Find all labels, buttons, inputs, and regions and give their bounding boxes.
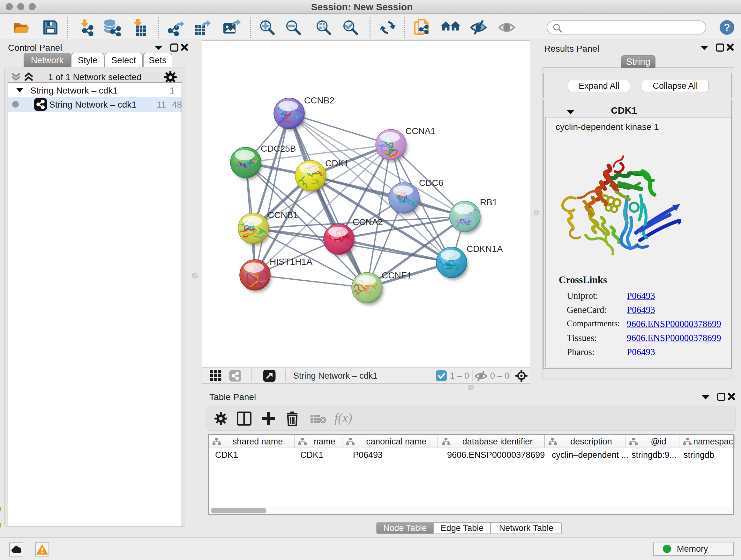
svg-text:CCNE1: CCNE1 — [382, 270, 412, 280]
svg-text:CCNB1: CCNB1 — [268, 210, 298, 220]
svg-text:RB1: RB1 — [480, 197, 497, 207]
svg-text:CDC6: CDC6 — [419, 178, 443, 188]
svg-text:CCNA1: CCNA1 — [405, 126, 435, 136]
svg-text:CDKN1A: CDKN1A — [467, 244, 503, 254]
svg-text:CCNA2: CCNA2 — [353, 217, 383, 227]
svg-text:CDK1: CDK1 — [325, 159, 349, 168]
svg-text:HIST1H1A: HIST1H1A — [270, 257, 313, 266]
svg-text:?: ? — [724, 22, 730, 33]
svg-text:CCNB2: CCNB2 — [304, 96, 334, 105]
svg-text:CDC25B: CDC25B — [261, 144, 296, 153]
